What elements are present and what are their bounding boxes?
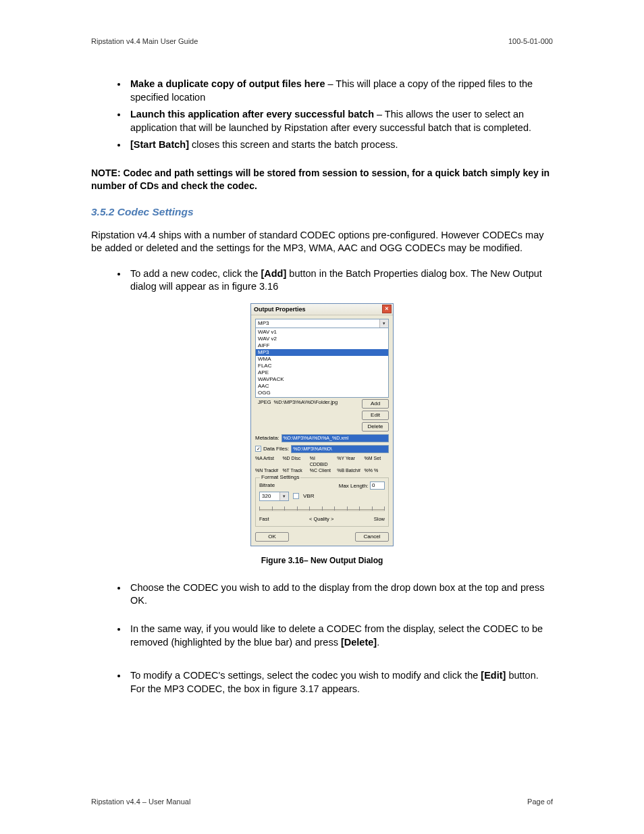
dropdown-value: MP3 [258,320,269,326]
bold-term: [Delete] [341,637,377,648]
token-label: %C Client [310,467,334,473]
jpeg-path: %D:\MP3\%A\%D\Folder.jpg [274,399,338,405]
figure-wrapper: Output Properties × MP3 ▾ WAV v1WAV v2AI… [91,303,553,546]
list-item: To modify a CODEC's settings, select the… [128,669,553,696]
list-item: In the same way, if you would like to de… [128,623,553,649]
codec-option[interactable]: AIFF [256,342,388,349]
cancel-button[interactable]: Cancel [355,532,389,542]
codec-option[interactable]: APE [256,369,388,376]
metadata-field[interactable]: %D:\MP3\%A\%D\%A_%D.xml [281,434,389,442]
bold-term: [Start Batch] [130,139,189,150]
codec-option[interactable]: FLAC [256,363,388,369]
add-button[interactable]: Add [362,399,389,409]
token-label: %N Track# [255,467,279,473]
codec-option[interactable]: AAC [256,383,388,390]
output-properties-dialog: Output Properties × MP3 ▾ WAV v1WAV v2AI… [250,303,394,546]
quality-slider[interactable] [259,505,385,515]
note-paragraph: NOTE: Codec and path settings will be st… [91,167,553,192]
figure-caption: Figure 3.16– New Output Dialog [91,556,553,565]
codec-option[interactable]: OGG [256,390,388,396]
list-item: [Start Batch] closes this screen and sta… [128,138,553,152]
slider-quality-label: < Quality > [309,516,333,522]
codec-option[interactable]: WAVPACK [256,376,388,383]
bitrate-label: Bitrate [259,482,275,488]
dialog-titlebar: Output Properties × [251,304,393,315]
token-label: %% % [365,467,389,473]
top-bullet-list: Make a duplicate copy of output files he… [91,78,553,152]
vbr-label: VBR [303,493,314,499]
codec-option[interactable]: MP3 [256,349,388,356]
bold-term: Make a duplicate copy of output files he… [130,78,325,89]
jpeg-label: JPEG [258,399,271,405]
slider-labels: Fast < Quality > Slow [259,516,385,522]
page: Ripstation v4.4 Main User Guide 100-5-01… [0,0,644,834]
bottom-bullet-list: Choose the CODEC you wish to add to the … [91,581,553,696]
codec-dropdown[interactable]: MP3 ▾ [255,319,389,328]
item-text: Choose the CODEC you wish to add to the … [130,582,544,606]
vbr-checkbox[interactable] [293,493,299,499]
slider-fast-label: Fast [259,516,269,522]
item-text: closes this screen and starts the batch … [189,139,398,150]
codec-option[interactable]: WMA [256,356,388,363]
codec-option[interactable]: WAV v1 [256,329,388,336]
metadata-row: Metadata: %D:\MP3\%A\%D\%A_%D.xml [255,434,389,442]
dialog-title: Output Properties [254,306,306,313]
jpeg-row: JPEG %D:\MP3\%A\%D\Folder.jpg Add Edit D… [255,399,389,432]
bitrate-value: 320 [262,493,271,499]
body-paragraph: Ripstation v4.4 ships with a number of s… [91,229,553,255]
list-item: Choose the CODEC you wish to add to the … [128,581,553,608]
token-label: %Y Year [337,455,361,467]
token-grid: %A Artist%D Disc%I CDDBID%Y Year%M Set%N… [255,455,389,473]
close-icon[interactable]: × [382,305,392,313]
list-item: To add a new codec, click the [Add] butt… [128,267,553,294]
bold-term: Launch this application after every succ… [130,109,374,120]
format-legend: Format Settings [260,474,300,480]
maxlen-label: Max Length: [339,482,369,488]
dialog-body: MP3 ▾ WAV v1WAV v2AIFFMP3WMAFLACAPEWAVPA… [251,315,393,546]
datafiles-row: Data Files: %D:\MP3\%A\%D\ [255,445,389,453]
token-label: %D Disc [282,455,306,467]
token-label: %M Set [365,455,389,467]
metadata-label: Metadata: [255,435,279,441]
header-right: 100-5-01-000 [508,37,553,45]
ok-button[interactable]: OK [255,532,289,542]
datafiles-label: Data Files: [263,446,289,452]
item-text: In the same way, if you would like to de… [130,623,543,648]
delete-button[interactable]: Delete [362,422,389,432]
token-label: %B Batch# [337,467,361,473]
token-label: %A Artist [255,455,279,467]
datafiles-checkbox[interactable] [255,446,261,452]
codec-listbox[interactable]: WAV v1WAV v2AIFFMP3WMAFLACAPEWAVPACKAACO… [255,328,389,398]
token-label: %I CDDBID [310,455,334,467]
datafiles-field[interactable]: %D:\MP3\%A\%D\ [291,445,389,453]
chevron-down-icon[interactable]: ▾ [379,319,388,328]
slider-slow-label: Slow [374,516,385,522]
maxlen-input[interactable] [370,481,385,490]
footer-left: Ripstation v4.4 – User Manual [91,798,190,806]
section-heading: 3.5.2 Codec Settings [91,206,553,218]
page-footer: Ripstation v4.4 – User Manual Page of [91,798,553,806]
bold-term: [Edit] [481,670,506,681]
bold-term: [Add] [261,268,286,279]
bitrate-dropdown[interactable]: 320 ▾ [259,492,289,501]
item-text: . [377,637,379,648]
item-text: To modify a CODEC's settings, select the… [130,670,481,681]
chevron-down-icon[interactable]: ▾ [279,492,288,500]
token-label: %T Track [282,467,306,473]
footer-right: Page of [527,798,553,806]
edit-button[interactable]: Edit [362,411,389,420]
dialog-button-row: OK Cancel [255,532,389,542]
list-item: Make a duplicate copy of output files he… [128,78,553,104]
item-text: To add a new codec, click the [130,268,261,279]
codec-option[interactable]: WAV v2 [256,336,388,342]
mid-bullet-list: To add a new codec, click the [Add] butt… [91,267,553,294]
header-left: Ripstation v4.4 Main User Guide [91,37,198,45]
button-stack: Add Edit Delete [362,399,389,432]
format-settings-group: Format Settings Bitrate Max Length: 320 … [255,477,389,527]
page-header: Ripstation v4.4 Main User Guide 100-5-01… [91,37,553,45]
list-item: Launch this application after every succ… [128,108,553,134]
